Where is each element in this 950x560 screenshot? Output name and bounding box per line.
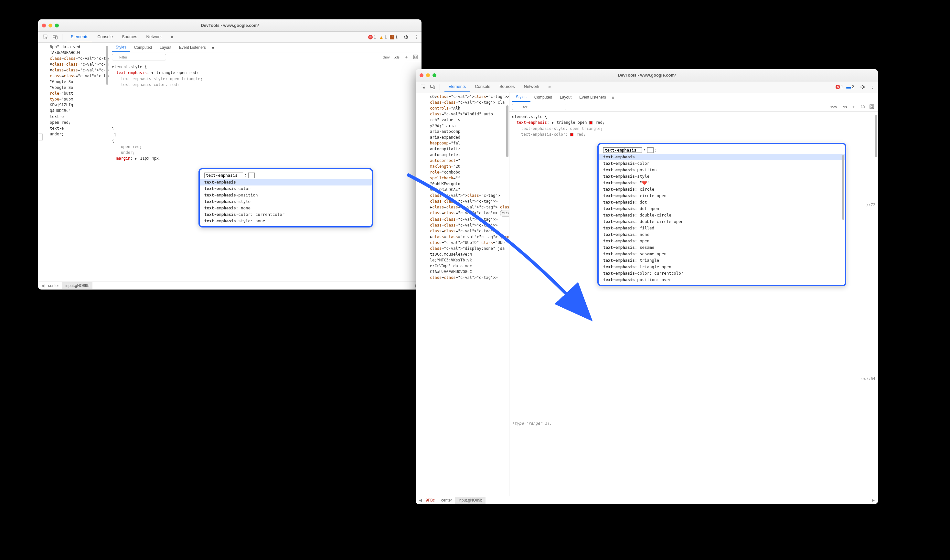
dom-line[interactable]: "0ahUKEwiggfo (418, 181, 509, 187)
new-rule-icon[interactable]: ＋ (850, 103, 857, 111)
dom-line[interactable]: class="c-val">"Alh6id" auto (418, 111, 509, 117)
dom-tree[interactable]: ⋯ 8pb" data-vedIAxUqWUEAHQU4class=class=… (38, 43, 109, 289)
css-property[interactable]: margin: ▶ 11px 4px; (112, 155, 419, 162)
autocomplete-item[interactable]: text-emphasis: none (599, 231, 845, 238)
subtab-styles[interactable]: Styles (112, 43, 130, 52)
dom-line[interactable]: autocapitaliz (418, 146, 509, 152)
filter-input[interactable] (512, 104, 566, 110)
dom-line[interactable]: ▼class=class="c-val">"c-tag">> (41, 67, 109, 73)
close-icon[interactable] (42, 24, 46, 28)
dom-line[interactable]: le;YMFC3:VKssTb;vk (418, 257, 509, 263)
chevron-right-icon[interactable]: ▶ (135, 156, 137, 162)
autocomplete-item[interactable]: text-emphasis (599, 154, 845, 160)
dom-line[interactable]: class=class="c-val">"c-tag">> (418, 198, 509, 204)
dom-line[interactable]: role="combobo (418, 169, 509, 175)
autocomplete-item[interactable]: text-emphasis: triangle (599, 257, 845, 264)
autocomplete-item[interactable]: text-emphasis-color (599, 160, 845, 167)
close-icon[interactable] (420, 73, 423, 77)
collapse-handle-icon[interactable]: ⋯ (38, 133, 43, 141)
dom-line[interactable]: class="c-val">"display:none" jsa (418, 246, 509, 251)
error-badge[interactable]: ✕1 (836, 85, 843, 89)
maximize-icon[interactable] (433, 73, 436, 77)
tab-console[interactable]: Console (471, 82, 494, 92)
dom-line[interactable]: class=class="c-val">"c-tag">> flex (418, 210, 509, 217)
dom-line[interactable]: rch" value js (418, 117, 509, 123)
autocomplete-item[interactable]: text-emphasis: triangle open (599, 264, 845, 270)
breadcrumb-item[interactable]: center (438, 497, 455, 504)
dom-line[interactable]: 8pb" data-ved (41, 44, 109, 50)
more-subtabs-icon[interactable]: » (610, 93, 616, 102)
cls-button[interactable]: .cls (841, 105, 848, 109)
dom-line[interactable]: haspopup="fal (418, 140, 509, 146)
dom-line[interactable]: "Google So (41, 79, 109, 85)
dom-line[interactable]: maxlength="20 (418, 163, 509, 169)
minimize-icon[interactable] (426, 73, 430, 77)
dom-line[interactable]: text-e (41, 114, 109, 120)
autocomplete-item[interactable]: text-emphasis: dot (599, 199, 845, 206)
autocomplete-item[interactable]: text-emphasis-style (200, 198, 372, 205)
autocomplete-item[interactable]: text-emphasis: sesame open (599, 251, 845, 257)
property-input[interactable] (204, 172, 243, 178)
selector-row[interactable]: element.style { (512, 114, 875, 120)
dom-line[interactable]: Q4dUDCBs" (41, 108, 109, 114)
subtab-layout[interactable]: Layout (556, 93, 575, 102)
inspect-icon[interactable] (42, 34, 49, 41)
css-sub-property[interactable]: text-emphasis-color: red; (112, 82, 419, 88)
autocomplete-item[interactable]: text-emphasis-position (200, 192, 372, 198)
breadcrumb-item[interactable]: 9FBc (422, 497, 438, 504)
autocomplete-item[interactable]: text-emphasis-position (599, 167, 845, 173)
dom-line[interactable]: aria-autocomp (418, 129, 509, 134)
autocomplete-item[interactable]: text-emphasis: circle open (599, 192, 845, 199)
autocomplete-item[interactable]: text-emphasis: double-circle open (599, 218, 845, 225)
kebab-icon[interactable]: ⋮ (414, 34, 419, 40)
hov-button[interactable]: :hov (829, 105, 839, 109)
device-icon[interactable] (52, 34, 59, 41)
subtab-event-listeners[interactable]: Event Listeners (575, 93, 610, 102)
subtab-computed[interactable]: Computed (130, 43, 156, 52)
gear-icon[interactable] (859, 83, 865, 91)
dom-line[interactable]: tzDCd;mouseleave:M (418, 251, 509, 257)
layout-icon[interactable] (868, 104, 875, 110)
css-sub-property[interactable]: text-emphasis-style: open triangle; (112, 76, 419, 82)
autocomplete-item[interactable]: text-emphasis: double-circle (599, 212, 845, 218)
css-sub-property[interactable]: text-emphasis-color: red; (512, 132, 875, 137)
property-input[interactable] (603, 147, 642, 153)
tab-console[interactable]: Console (94, 32, 117, 42)
dom-line[interactable]: "Google So (41, 85, 109, 91)
layout-icon[interactable] (412, 54, 419, 60)
subtab-event-listeners[interactable]: Event Listeners (175, 43, 210, 52)
scrollbar[interactable] (106, 46, 108, 85)
inspect-icon[interactable] (420, 83, 426, 91)
dom-line[interactable]: controls="Alh (418, 105, 509, 111)
autocomplete-item[interactable]: text-emphasis: none (200, 205, 372, 211)
subtab-computed[interactable]: Computed (530, 93, 556, 102)
autocomplete-item[interactable]: text-emphasis: "❤️" (599, 180, 845, 186)
dom-line[interactable]: class=class="c-val">"c-tag">> (418, 217, 509, 222)
autocomplete-item[interactable]: text-emphasis-color: currentcolor (200, 211, 372, 218)
autocomplete-item[interactable]: text-emphasis: open (599, 238, 845, 244)
tab-sources[interactable]: Sources (118, 32, 141, 42)
autocomplete-item[interactable]: text-emphasis: filled (599, 225, 845, 231)
scrollbar[interactable] (875, 115, 877, 157)
subtab-layout[interactable]: Layout (156, 43, 175, 52)
tab-sources[interactable]: Sources (496, 82, 519, 92)
dom-line[interactable]: role="butt (41, 91, 109, 96)
color-swatch[interactable] (570, 133, 573, 136)
dom-line[interactable]: class=class="c-val">"c-tag">> (418, 275, 509, 280)
more-tabs-icon[interactable]: » (167, 32, 177, 42)
styles-body[interactable]: element.style { text-emphasis: ▼ triangl… (109, 62, 422, 163)
dom-line[interactable]: autocomplete: (418, 152, 509, 158)
dom-line[interactable]: aria-expanded (418, 134, 509, 140)
device-icon[interactable] (429, 83, 436, 91)
new-rule-icon[interactable]: ＋ (403, 54, 410, 61)
dom-line[interactable]: ▶class=class="c-val">"c-tag"> jscontroll… (418, 234, 509, 240)
more-subtabs-icon[interactable]: » (210, 43, 216, 52)
dom-line[interactable]: cQvclass="c-val">">class="c-tag">> (418, 94, 509, 100)
subtab-styles[interactable]: Styles (512, 93, 530, 102)
dom-line[interactable]: text-e (41, 125, 109, 131)
breadcrumb-item[interactable]: input.gNO89b (455, 497, 485, 504)
dom-line[interactable]: ▶class=class="c-val">"c-tag"> class="fM (418, 204, 509, 210)
dom-line[interactable]: class=class="c-val">"c-tag">> (41, 55, 109, 62)
tab-elements[interactable]: Elements (445, 82, 470, 92)
chevron-down-icon[interactable]: ▼ (151, 70, 153, 76)
